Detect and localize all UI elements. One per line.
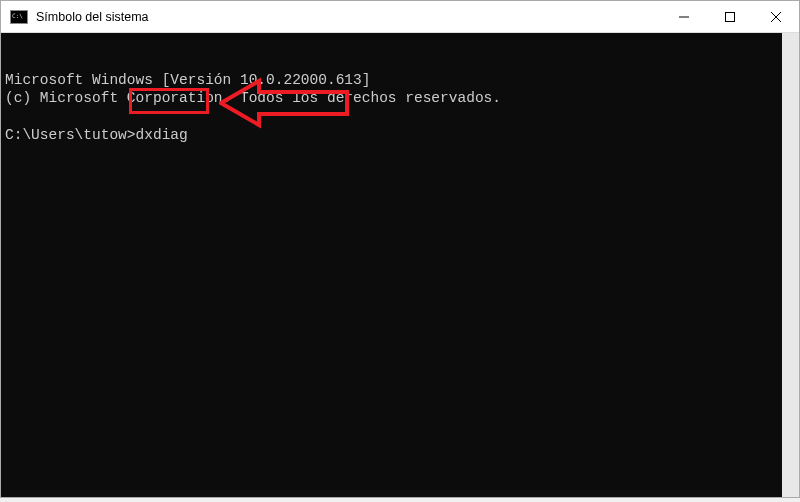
scrollbar-thumb[interactable] (782, 33, 799, 497)
window-controls (661, 1, 799, 32)
terminal-prompt: C:\Users\tutow> (5, 127, 136, 143)
terminal-prompt-line: C:\Users\tutow>dxdiag (5, 126, 778, 144)
close-button[interactable] (753, 1, 799, 32)
window-title: Símbolo del sistema (36, 10, 661, 24)
svg-rect-1 (726, 12, 735, 21)
terminal-area: Microsoft Windows [Versión 10.0.22000.61… (1, 33, 799, 497)
vertical-scrollbar[interactable] (782, 33, 799, 497)
minimize-button[interactable] (661, 1, 707, 32)
terminal-command: dxdiag (136, 127, 188, 143)
maximize-button[interactable] (707, 1, 753, 32)
cmd-icon (10, 10, 28, 24)
terminal-output-line: Microsoft Windows [Versión 10.0.22000.61… (5, 71, 778, 89)
terminal[interactable]: Microsoft Windows [Versión 10.0.22000.61… (1, 33, 782, 497)
titlebar[interactable]: Símbolo del sistema (1, 1, 799, 33)
cmd-window: Símbolo del sistema Microsoft Windows [V… (0, 0, 800, 498)
terminal-output-line: (c) Microsoft Corporation. Todos los der… (5, 89, 778, 107)
terminal-blank-line (5, 108, 778, 126)
